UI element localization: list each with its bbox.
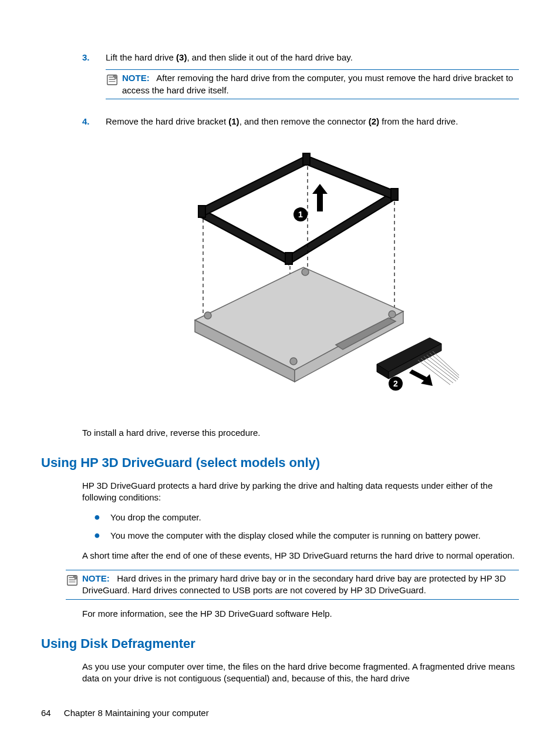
bullet-icon: ●: [94, 530, 110, 542]
note-content: NOTE: Hard drives in the primary hard dr…: [82, 573, 519, 597]
note-label: NOTE:: [82, 573, 110, 583]
note-text: Hard drives in the primary hard drive ba…: [82, 573, 506, 595]
note-box: NOTE: Hard drives in the primary hard dr…: [66, 570, 519, 600]
ref-bold: (1): [228, 116, 239, 126]
note-content: NOTE: After removing the hard drive from…: [122, 72, 519, 96]
svg-point-14: [389, 311, 396, 318]
list-text: You drop the computer.: [110, 512, 201, 523]
text: Lift the hard drive: [106, 52, 176, 62]
svg-text:2: 2: [393, 379, 398, 388]
svg-point-11: [204, 312, 211, 319]
ref-bold: (2): [369, 116, 379, 126]
callout-1-icon: 1: [294, 207, 308, 221]
heading-driveguard: Using HP 3D DriveGuard (select models on…: [41, 454, 519, 472]
text: , and then slide it out of the hard driv…: [187, 52, 352, 62]
note-icon: [66, 574, 79, 587]
list-text: You move the computer with the display c…: [110, 530, 481, 542]
list-item: ● You drop the computer.: [94, 512, 519, 523]
svg-line-20: [433, 351, 459, 375]
callout-2-icon: 2: [389, 377, 403, 391]
step-body: Remove the hard drive bracket (1), and t…: [106, 116, 519, 127]
step-4: 4. Remove the hard drive bracket (1), an…: [82, 116, 519, 127]
bullet-icon: ●: [94, 512, 110, 523]
bullet-list: ● You drop the computer. ● You move the …: [82, 512, 519, 542]
page-number: 64: [41, 708, 51, 718]
install-note: To install a hard drive, reverse this pr…: [82, 427, 519, 439]
note-text: After removing the hard drive from the c…: [122, 73, 513, 95]
svg-rect-4: [391, 189, 398, 200]
list-item: ● You move the computer with the display…: [94, 530, 519, 542]
paragraph: HP 3D DriveGuard protects a hard drive b…: [82, 480, 519, 504]
step-body: Lift the hard drive (3), and then slide …: [106, 52, 519, 107]
svg-rect-1: [198, 206, 205, 217]
arrow-diag-icon: [409, 369, 433, 386]
step-number: 4.: [82, 116, 106, 127]
svg-point-13: [290, 358, 297, 365]
svg-rect-3: [285, 253, 292, 264]
arrow-up-icon: [312, 184, 328, 211]
hard-drive-diagram: 1: [142, 138, 459, 414]
text: , and then remove the connector: [239, 116, 369, 126]
paragraph: For more information, see the HP 3D Driv…: [82, 608, 519, 620]
page-footer: 64 Chapter 8 Maintaining your computer: [41, 707, 209, 719]
svg-line-18: [427, 355, 458, 379]
heading-defragmenter: Using Disk Defragmenter: [41, 635, 519, 653]
svg-line-15: [418, 360, 450, 385]
paragraph: As you use your computer over time, the …: [82, 661, 519, 685]
svg-text:1: 1: [298, 210, 303, 219]
text: from the hard drive.: [379, 116, 458, 126]
text: Remove the hard drive bracket: [106, 116, 228, 126]
note-box: NOTE: After removing the hard drive from…: [106, 69, 519, 99]
step-3: 3. Lift the hard drive (3), and then sli…: [82, 52, 519, 107]
chapter-label: Chapter 8 Maintaining your computer: [64, 708, 209, 718]
paragraph: A short time after the end of one of the…: [82, 550, 519, 562]
svg-rect-2: [303, 153, 310, 165]
ref-bold: (3): [176, 52, 187, 62]
note-label: NOTE:: [122, 73, 150, 83]
step-number: 3.: [82, 52, 106, 107]
svg-line-19: [430, 353, 459, 378]
note-icon: [106, 73, 119, 86]
svg-point-12: [302, 268, 309, 275]
